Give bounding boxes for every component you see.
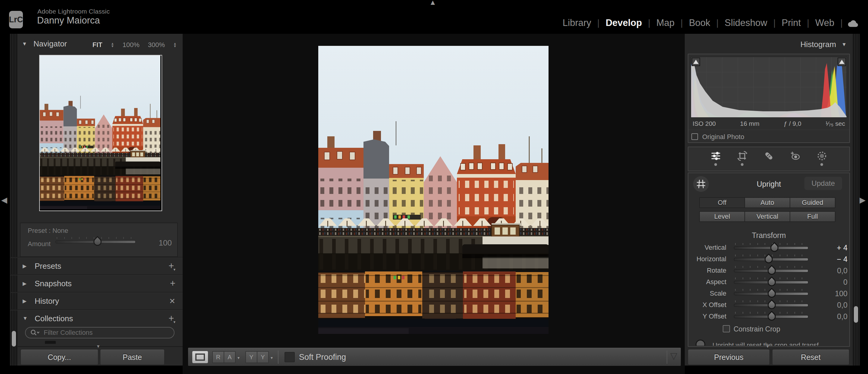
upright-mode-vertical[interactable]: Vertical — [745, 212, 789, 221]
module-tab-library[interactable]: Library — [563, 18, 591, 28]
toolbar-divider — [278, 350, 278, 364]
slider-track[interactable] — [734, 276, 808, 288]
constrain-crop-label: Constrain Crop — [734, 325, 780, 333]
section-header-snapshots[interactable]: ▶Snapshots+ — [10, 275, 183, 292]
before-view-y[interactable]: Y — [246, 352, 257, 363]
module-tab-web[interactable]: Web — [815, 18, 834, 28]
upright-mode-guided[interactable]: Guided — [790, 198, 835, 207]
before-after-caret[interactable]: ▾ — [271, 355, 273, 360]
navigator-title[interactable]: Navigator — [33, 39, 67, 49]
section-action-plus-menu-icon[interactable]: +▾ — [168, 313, 176, 324]
update-button[interactable]: Update — [804, 177, 842, 190]
reference-view-r[interactable]: R — [213, 352, 224, 363]
disclosure-triangle[interactable]: ▶ — [23, 263, 27, 269]
disclosure-triangle[interactable]: ▶ — [23, 281, 27, 287]
previous-button[interactable]: Previous — [688, 349, 770, 365]
filter-collections-field[interactable] — [25, 327, 175, 338]
upright-mode-auto[interactable]: Auto — [745, 198, 789, 207]
lrc-logo: LrC — [9, 11, 23, 28]
left-scrollbar-thumb[interactable] — [12, 331, 16, 347]
tool-red-eye-icon[interactable] — [790, 151, 801, 166]
photo[interactable] — [318, 46, 549, 334]
section-title: History — [35, 296, 59, 306]
cloud-sync-icon[interactable] — [847, 19, 859, 28]
slider-track[interactable] — [734, 288, 808, 299]
exif-aperture: ƒ / 9,0 — [784, 120, 801, 127]
left-panel-end-caret[interactable]: ▼ — [96, 344, 100, 349]
section-header-presets[interactable]: ▶Presets+▾ — [10, 257, 183, 275]
module-tab-book[interactable]: Book — [689, 18, 710, 28]
reference-view-a[interactable]: A — [224, 352, 235, 363]
soft-proofing-label: Soft Proofing — [299, 353, 346, 362]
separator: | — [840, 18, 843, 28]
module-tab-print[interactable]: Print — [781, 18, 801, 28]
section-title: Collections — [35, 314, 73, 323]
soft-proofing-checkbox[interactable] — [284, 352, 295, 362]
after-view-y[interactable]: Y — [257, 352, 268, 363]
separator: | — [648, 18, 650, 28]
upright-mode-off[interactable]: Off — [700, 198, 744, 207]
shadow-clipping-indicator — [692, 58, 700, 66]
tool-crop-icon[interactable] — [737, 151, 747, 166]
section-header-history[interactable]: ▶History✕ — [10, 292, 183, 310]
collection-item-partial — [45, 341, 56, 344]
right-panel-collapse-arrow[interactable]: ▶ — [860, 196, 866, 205]
reset-button[interactable]: Reset — [772, 349, 849, 365]
upright-mode-level[interactable]: Level — [700, 212, 744, 221]
module-tab-map[interactable]: Map — [656, 18, 675, 28]
navigator-preview[interactable] — [39, 55, 162, 211]
disclosure-triangle[interactable]: ▶ — [23, 298, 27, 304]
navigator-disclosure-triangle[interactable]: ▼ — [22, 41, 27, 47]
zoom-stepper-icon[interactable]: ▲▼ — [173, 42, 177, 48]
top-panel-reveal-arrow[interactable]: ▲ — [429, 0, 436, 7]
section-action-clear-icon[interactable]: ✕ — [169, 297, 176, 306]
left-panel-sections: ▶Presets+▾▶Snapshots+▶History✕▼Collectio… — [10, 257, 183, 327]
module-tab-develop[interactable]: Develop — [606, 18, 642, 28]
zoom-300-button[interactable]: 300% — [148, 41, 165, 49]
reference-view-button[interactable]: R A — [212, 351, 236, 363]
histogram-canvas[interactable] — [691, 57, 847, 118]
slider-track[interactable] — [734, 253, 808, 265]
preset-amount-box: Preset : None Amount 100 — [20, 223, 178, 257]
zoom-stepper-icon[interactable]: ▲▼ — [111, 42, 114, 48]
loupe-view-button[interactable] — [192, 351, 208, 363]
loupe-icon — [195, 353, 205, 361]
tool-heal-icon[interactable] — [764, 151, 774, 166]
transform-panel: Upright Update OffAutoGuidedLevelVertica… — [688, 173, 850, 347]
slider-track[interactable] — [734, 311, 808, 322]
right-scrollbar-thumb[interactable] — [854, 306, 858, 323]
reference-view-caret[interactable]: ▾ — [238, 355, 240, 360]
tool-edit-icon[interactable] — [711, 151, 721, 166]
identity-plate-user[interactable]: Danny Maiorca — [37, 15, 100, 26]
histogram-header[interactable]: Histogram ▼ — [801, 40, 846, 49]
left-panel-collapse-arrow[interactable]: ◀ — [1, 196, 7, 205]
filter-collections-input[interactable] — [43, 328, 159, 337]
disclosure-triangle[interactable]: ▼ — [23, 315, 28, 321]
info-toggle-icon[interactable] — [695, 340, 705, 346]
left-panel: ▼ Navigator FIT ▲▼ 100% 300% ▲▼ Preset :… — [10, 34, 183, 366]
paste-button[interactable]: Paste — [100, 349, 164, 365]
zoom-100-button[interactable]: 100% — [123, 41, 140, 49]
slider-track[interactable] — [734, 265, 808, 276]
toolbar-options-caret[interactable]: ▽ — [670, 350, 677, 361]
before-after-view-button[interactable]: Y Y — [245, 351, 269, 363]
right-panel-end-caret[interactable]: ▼ — [766, 344, 770, 349]
section-header-collections[interactable]: ▼Collections+▾ — [10, 310, 183, 327]
copy-button[interactable]: Copy... — [21, 349, 98, 365]
upright-mode-full[interactable]: Full — [790, 212, 835, 221]
slider-ticks — [735, 243, 807, 245]
slider-row-x-offset: X Offset0,0 — [691, 299, 847, 311]
slider-value: 100 — [808, 289, 847, 298]
tool-mask-icon[interactable] — [817, 151, 827, 166]
amount-slider[interactable] — [56, 236, 135, 247]
slider-track[interactable] — [734, 242, 808, 253]
module-tab-slideshow[interactable]: Slideshow — [724, 18, 767, 28]
constrain-crop-checkbox[interactable] — [723, 325, 730, 333]
zoom-fit-button[interactable]: FIT — [93, 41, 102, 49]
slider-track[interactable] — [734, 299, 808, 311]
section-action-plus-icon[interactable]: + — [170, 278, 176, 289]
original-photo-checkbox[interactable] — [691, 133, 698, 140]
section-action-plus-menu-icon[interactable]: +▾ — [168, 261, 176, 272]
transform-sliders: Vertical+ 4Horizontal− 4Rotate0,0Aspect0… — [691, 242, 847, 322]
histogram-disclosure-triangle[interactable]: ▼ — [841, 41, 846, 48]
